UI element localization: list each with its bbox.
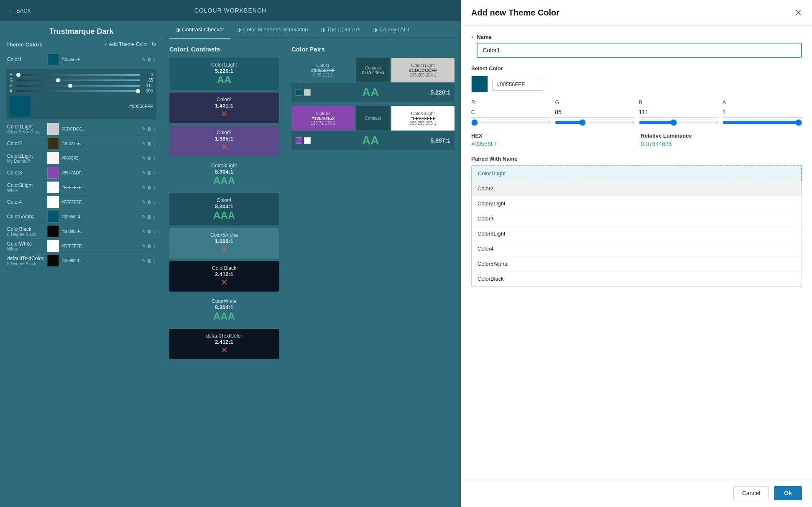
delete-icon[interactable]: 🗑 <box>147 57 152 62</box>
rgba-grid: R 0 G 85 B 111 A 1 <box>471 99 802 126</box>
delete-icon[interactable]: 🗑 <box>147 156 152 161</box>
pair3-right: Color3Light #FFFFFFFF 255 255 255 1 <box>391 106 455 131</box>
edit-icon[interactable]: ✎ <box>142 170 146 176</box>
delete-icon[interactable]: 🗑 <box>147 229 152 234</box>
add-theme-label: Add Theme Color <box>109 41 148 47</box>
g-slider[interactable] <box>16 79 140 81</box>
add-theme-button[interactable]: + Add Theme Color <box>104 41 148 47</box>
edit-icon[interactable]: ✎ <box>142 229 146 234</box>
card-name: ColorBlack <box>174 265 274 271</box>
dialog-color-preview[interactable] <box>471 76 488 92</box>
close-dialog-button[interactable]: ✕ <box>795 8 802 18</box>
edit-icon[interactable]: ✎ <box>142 141 146 146</box>
color-blindness-icon: ◑ <box>237 27 241 33</box>
r-slider[interactable] <box>16 74 140 76</box>
tab-color-api[interactable]: ◑ The Color API <box>314 21 367 39</box>
delete-icon[interactable]: 🗑 <box>147 214 152 220</box>
move-icon[interactable]: ↓ <box>153 141 156 146</box>
move-icon[interactable]: ↓ <box>153 214 156 220</box>
paired-with-dropdown[interactable]: Color1LightColor2Color2LightColor3Color3… <box>471 165 802 287</box>
move-icon[interactable]: ↓ <box>153 200 156 205</box>
paired-with-section: Paired With Name Color1LightColor2Color2… <box>471 156 802 287</box>
move-icon[interactable]: ↓ <box>153 243 156 249</box>
delete-icon[interactable]: 🗑 <box>147 170 152 176</box>
dropdown-item[interactable]: Color2Light <box>472 196 802 211</box>
edit-icon[interactable]: ✎ <box>142 57 146 62</box>
g-col-slider[interactable] <box>555 119 634 126</box>
dropdown-item[interactable]: Color5Alpha <box>472 256 802 271</box>
move-icon[interactable]: ↓ <box>153 185 156 190</box>
delete-icon[interactable]: 🗑 <box>147 185 152 190</box>
move-icon[interactable]: ↓ <box>153 170 156 176</box>
refresh-button[interactable]: ↻ <box>151 41 156 48</box>
right-content: ◑ Contrast Checker ◑ Color Blindness Sim… <box>163 21 461 507</box>
color-actions: ✎ 🗑 ↓ <box>142 200 156 205</box>
card-name: Color1Light <box>174 62 274 68</box>
dropdown-item[interactable]: Color3Light <box>472 226 802 241</box>
back-button[interactable]: ← BACK <box>8 8 31 14</box>
color-swatch <box>47 123 59 135</box>
edit-icon[interactable]: ✎ <box>142 156 146 161</box>
pair1-right-label: Color1Light <box>395 63 451 68</box>
edit-icon[interactable]: ✎ <box>142 258 146 264</box>
delete-icon[interactable]: 🗑 <box>147 200 152 205</box>
ok-button[interactable]: Ok <box>774 486 802 500</box>
r-label: R <box>10 72 14 77</box>
edit-icon[interactable]: ✎ <box>142 126 146 132</box>
edit-icon[interactable]: ✎ <box>142 243 146 249</box>
move-icon[interactable]: ↓ <box>153 258 156 264</box>
left-panel: Trustmarque Dark Theme Colors + Add Them… <box>0 21 163 507</box>
card-fail: ✕ <box>174 277 274 287</box>
dropdown-item[interactable]: Color3 <box>472 211 802 226</box>
name-input[interactable] <box>477 43 802 58</box>
edit-icon[interactable]: ✎ <box>142 185 146 190</box>
b-slider[interactable] <box>16 85 140 87</box>
dropdown-item[interactable]: Color1Light <box>472 166 802 181</box>
move-icon[interactable]: ↓ <box>153 126 156 132</box>
color-name: Color2 <box>7 141 45 146</box>
delete-icon[interactable]: 🗑 <box>147 141 152 146</box>
dropdown-item[interactable]: Color4 <box>472 241 802 256</box>
contrast-card: Color2 1.401:1 ✕ <box>169 92 279 123</box>
b-label: B <box>10 83 14 88</box>
pair1-grade: AA <box>362 86 379 99</box>
delete-icon[interactable]: 🗑 <box>147 126 152 132</box>
color-actions: ✎ 🗑 ↓ <box>142 243 156 249</box>
color-hex-display: #FFFFFFF... <box>61 185 89 190</box>
card-fail: ✕ <box>174 109 274 119</box>
pair3-left-rgba: 133 71 173 1 <box>295 121 351 125</box>
card-ratio: 2.412:1 <box>174 271 274 277</box>
move-icon[interactable]: ↓ <box>153 156 156 161</box>
pair3-left: Color3 #12510152 133 71 173 1 <box>291 106 355 131</box>
dropdown-item[interactable]: ColorBlack <box>472 271 802 287</box>
pair1-row: Color1 #00556FFF 0 85 111 1 Contrast 0.0… <box>291 58 455 82</box>
hex-color-input[interactable] <box>492 78 542 91</box>
color-picker-row <box>471 76 802 92</box>
delete-icon[interactable]: 🗑 <box>147 243 152 249</box>
r-col-slider[interactable] <box>471 119 551 126</box>
g-col-value: 85 <box>555 107 634 118</box>
pair3-ratio: 5.997:1 <box>431 137 450 144</box>
delete-icon[interactable]: 🗑 <box>147 258 152 264</box>
move-up-icon[interactable]: ↑ <box>153 57 156 62</box>
edit-icon[interactable]: ✎ <box>142 200 146 205</box>
tab-colorlyit-label: Colorlyit API <box>379 26 409 33</box>
card-ratio: 1.401:1 <box>174 102 274 109</box>
color-name: defaultTextColor <box>7 256 45 261</box>
tab-color-blindness[interactable]: ◑ Color Blindness Simulation <box>230 21 314 39</box>
top-bar: ← BACK COLOUR WORKBENCH <box>0 0 461 21</box>
pair3-row: Color3 #12510152 133 71 173 1 Contrast C… <box>291 106 455 131</box>
cancel-button[interactable]: Cancel <box>733 486 769 500</box>
a-col-slider[interactable] <box>723 119 802 126</box>
b-col-slider[interactable] <box>639 119 718 126</box>
tab-contrast-checker[interactable]: ◑ Contrast Checker <box>169 21 230 39</box>
a-slider[interactable] <box>16 90 140 92</box>
dropdown-item[interactable]: Color2 <box>472 181 802 196</box>
dialog-footer: Cancel Ok <box>461 479 812 507</box>
move-icon[interactable]: ↓ <box>153 229 156 234</box>
dialog-title: Add new Theme Color <box>471 8 559 18</box>
tab-colorlyit[interactable]: ◑ Colorlyit API <box>367 21 415 39</box>
color-sub: White <box>7 188 45 193</box>
edit-icon[interactable]: ✎ <box>142 214 146 220</box>
color-sub: White <box>7 247 45 251</box>
